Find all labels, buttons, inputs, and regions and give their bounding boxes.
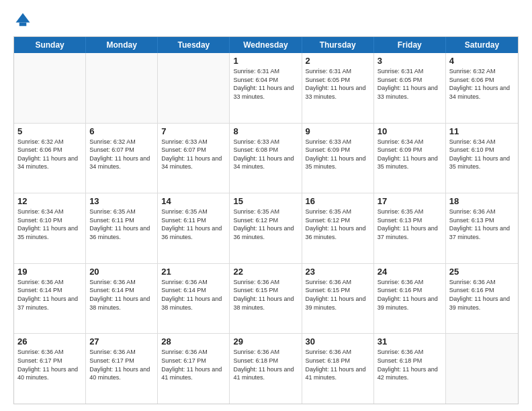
- day-number: 22: [233, 267, 298, 277]
- calendar-cell: [86, 53, 158, 123]
- day-info: Sunrise: 6:35 AMSunset: 6:13 PMDaylight:…: [378, 208, 442, 241]
- weekday-header: Sunday: [14, 37, 86, 53]
- day-number: 24: [378, 267, 442, 277]
- day-info: Sunrise: 6:31 AMSunset: 6:05 PMDaylight:…: [378, 67, 442, 101]
- day-info: Sunrise: 6:34 AMSunset: 6:10 PMDaylight:…: [449, 138, 515, 171]
- calendar-cell: 15Sunrise: 6:35 AMSunset: 6:12 PMDayligh…: [230, 193, 302, 263]
- calendar-cell: 25Sunrise: 6:36 AMSunset: 6:16 PMDayligh…: [446, 264, 518, 334]
- calendar-cell: 1Sunrise: 6:31 AMSunset: 6:04 PMDaylight…: [230, 53, 302, 123]
- day-info: Sunrise: 6:34 AMSunset: 6:09 PMDaylight:…: [378, 138, 442, 171]
- day-info: Sunrise: 6:32 AMSunset: 6:07 PMDaylight:…: [89, 138, 154, 171]
- calendar-cell: 26Sunrise: 6:36 AMSunset: 6:17 PMDayligh…: [14, 334, 86, 404]
- day-number: 14: [161, 196, 226, 206]
- calendar-cell: [14, 53, 86, 123]
- calendar-cell: 27Sunrise: 6:36 AMSunset: 6:17 PMDayligh…: [86, 334, 158, 404]
- day-number: 29: [233, 336, 298, 347]
- day-number: 9: [306, 126, 370, 136]
- day-info: Sunrise: 6:36 AMSunset: 6:14 PMDaylight:…: [161, 278, 226, 312]
- day-number: 31: [378, 336, 442, 347]
- day-number: 25: [449, 267, 515, 277]
- calendar-cell: 9Sunrise: 6:33 AMSunset: 6:09 PMDaylight…: [302, 124, 374, 193]
- calendar-cell: 8Sunrise: 6:33 AMSunset: 6:08 PMDaylight…: [230, 124, 302, 193]
- day-number: 2: [306, 56, 370, 66]
- day-info: Sunrise: 6:33 AMSunset: 6:08 PMDaylight:…: [233, 138, 298, 171]
- day-number: 30: [306, 336, 370, 347]
- calendar-cell: 10Sunrise: 6:34 AMSunset: 6:09 PMDayligh…: [374, 124, 446, 193]
- day-number: 1: [233, 56, 298, 66]
- calendar: SundayMondayTuesdayWednesdayThursdayFrid…: [13, 36, 519, 404]
- day-number: 23: [306, 267, 370, 277]
- day-info: Sunrise: 6:36 AMSunset: 6:16 PMDaylight:…: [378, 278, 442, 312]
- calendar-cell: 21Sunrise: 6:36 AMSunset: 6:14 PMDayligh…: [158, 264, 230, 334]
- calendar-cell: [446, 334, 518, 404]
- weekday-header: Wednesday: [230, 37, 302, 53]
- calendar-cell: 17Sunrise: 6:35 AMSunset: 6:13 PMDayligh…: [374, 193, 446, 263]
- calendar-page: SundayMondayTuesdayWednesdayThursdayFrid…: [0, 0, 532, 411]
- calendar-cell: 28Sunrise: 6:36 AMSunset: 6:17 PMDayligh…: [158, 334, 230, 404]
- weekday-header: Thursday: [302, 37, 374, 53]
- day-number: 5: [17, 126, 82, 136]
- calendar-cell: 11Sunrise: 6:34 AMSunset: 6:10 PMDayligh…: [446, 124, 518, 193]
- day-info: Sunrise: 6:36 AMSunset: 6:15 PMDaylight:…: [306, 278, 370, 312]
- calendar-week: 26Sunrise: 6:36 AMSunset: 6:17 PMDayligh…: [14, 334, 518, 404]
- page-header: [13, 11, 519, 30]
- calendar-cell: 14Sunrise: 6:35 AMSunset: 6:11 PMDayligh…: [158, 193, 230, 263]
- calendar-cell: [158, 53, 230, 123]
- day-number: 10: [378, 126, 442, 136]
- calendar-cell: 18Sunrise: 6:36 AMSunset: 6:13 PMDayligh…: [446, 193, 518, 263]
- day-info: Sunrise: 6:36 AMSunset: 6:14 PMDaylight:…: [17, 278, 82, 312]
- day-number: 4: [449, 56, 515, 66]
- day-number: 6: [89, 126, 154, 136]
- calendar-header: SundayMondayTuesdayWednesdayThursdayFrid…: [14, 37, 518, 53]
- day-info: Sunrise: 6:33 AMSunset: 6:07 PMDaylight:…: [161, 138, 226, 171]
- day-info: Sunrise: 6:34 AMSunset: 6:10 PMDaylight:…: [17, 208, 82, 241]
- day-number: 18: [449, 196, 515, 206]
- day-number: 28: [161, 336, 226, 347]
- calendar-cell: 24Sunrise: 6:36 AMSunset: 6:16 PMDayligh…: [374, 264, 446, 334]
- logo: [13, 11, 35, 30]
- day-info: Sunrise: 6:32 AMSunset: 6:06 PMDaylight:…: [449, 67, 515, 101]
- day-info: Sunrise: 6:36 AMSunset: 6:17 PMDaylight:…: [161, 348, 226, 381]
- calendar-cell: 3Sunrise: 6:31 AMSunset: 6:05 PMDaylight…: [374, 53, 446, 123]
- day-info: Sunrise: 6:36 AMSunset: 6:14 PMDaylight:…: [89, 278, 154, 312]
- day-info: Sunrise: 6:33 AMSunset: 6:09 PMDaylight:…: [306, 138, 370, 171]
- day-number: 20: [89, 267, 154, 277]
- calendar-week: 1Sunrise: 6:31 AMSunset: 6:04 PMDaylight…: [14, 53, 518, 124]
- calendar-cell: 2Sunrise: 6:31 AMSunset: 6:05 PMDaylight…: [302, 53, 374, 123]
- calendar-cell: 22Sunrise: 6:36 AMSunset: 6:15 PMDayligh…: [230, 264, 302, 334]
- calendar-body: 1Sunrise: 6:31 AMSunset: 6:04 PMDaylight…: [14, 53, 518, 404]
- day-number: 8: [233, 126, 298, 136]
- day-info: Sunrise: 6:36 AMSunset: 6:18 PMDaylight:…: [378, 348, 442, 381]
- day-number: 7: [161, 126, 226, 136]
- day-info: Sunrise: 6:31 AMSunset: 6:04 PMDaylight:…: [233, 67, 298, 101]
- weekday-header: Saturday: [446, 37, 518, 53]
- day-number: 26: [17, 336, 82, 347]
- day-number: 21: [161, 267, 226, 277]
- calendar-cell: 29Sunrise: 6:36 AMSunset: 6:18 PMDayligh…: [230, 334, 302, 404]
- logo-icon: [13, 11, 32, 30]
- day-info: Sunrise: 6:32 AMSunset: 6:06 PMDaylight:…: [17, 138, 82, 171]
- calendar-cell: 5Sunrise: 6:32 AMSunset: 6:06 PMDaylight…: [14, 124, 86, 193]
- calendar-cell: 20Sunrise: 6:36 AMSunset: 6:14 PMDayligh…: [86, 264, 158, 334]
- weekday-header: Tuesday: [158, 37, 230, 53]
- day-info: Sunrise: 6:36 AMSunset: 6:18 PMDaylight:…: [233, 348, 298, 381]
- calendar-cell: 12Sunrise: 6:34 AMSunset: 6:10 PMDayligh…: [14, 193, 86, 263]
- day-info: Sunrise: 6:36 AMSunset: 6:18 PMDaylight:…: [306, 348, 370, 381]
- day-info: Sunrise: 6:31 AMSunset: 6:05 PMDaylight:…: [306, 67, 370, 101]
- svg-rect-1: [19, 23, 27, 26]
- day-info: Sunrise: 6:35 AMSunset: 6:12 PMDaylight:…: [233, 208, 298, 241]
- day-info: Sunrise: 6:36 AMSunset: 6:17 PMDaylight:…: [89, 348, 154, 381]
- day-number: 27: [89, 336, 154, 347]
- day-info: Sunrise: 6:36 AMSunset: 6:15 PMDaylight:…: [233, 278, 298, 312]
- weekday-header: Friday: [374, 37, 446, 53]
- calendar-week: 19Sunrise: 6:36 AMSunset: 6:14 PMDayligh…: [14, 264, 518, 334]
- calendar-cell: 16Sunrise: 6:35 AMSunset: 6:12 PMDayligh…: [302, 193, 374, 263]
- calendar-cell: 19Sunrise: 6:36 AMSunset: 6:14 PMDayligh…: [14, 264, 86, 334]
- day-number: 12: [17, 196, 82, 206]
- calendar-cell: 31Sunrise: 6:36 AMSunset: 6:18 PMDayligh…: [374, 334, 446, 404]
- calendar-cell: 4Sunrise: 6:32 AMSunset: 6:06 PMDaylight…: [446, 53, 518, 123]
- day-number: 15: [233, 196, 298, 206]
- day-info: Sunrise: 6:36 AMSunset: 6:13 PMDaylight:…: [449, 208, 515, 241]
- day-number: 17: [378, 196, 442, 206]
- day-info: Sunrise: 6:35 AMSunset: 6:11 PMDaylight:…: [89, 208, 154, 241]
